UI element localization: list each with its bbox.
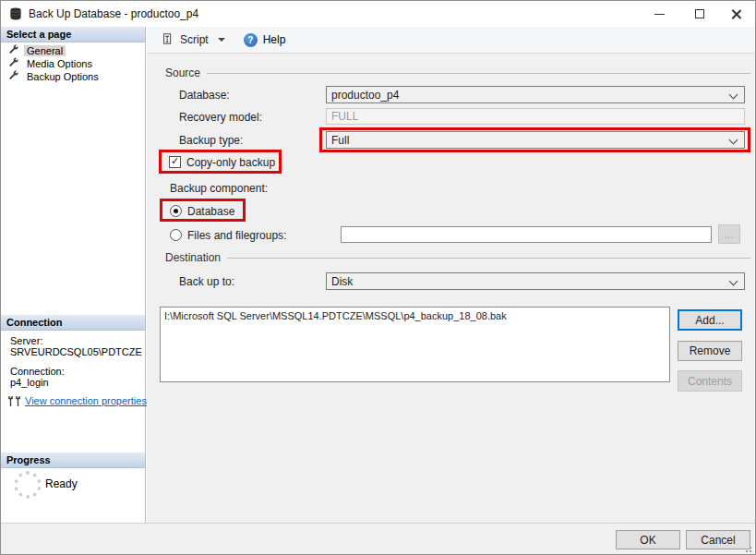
contents-button: Contents: [678, 370, 742, 392]
database-combobox-value: productoo_p4: [331, 89, 399, 102]
server-value: SRVEURDCSQL05\PDTCZE: [10, 346, 142, 357]
close-button[interactable]: [718, 1, 755, 27]
script-label: Script: [180, 33, 209, 46]
sidebar-item-label: Media Options: [24, 58, 95, 69]
help-button[interactable]: Help: [244, 33, 286, 47]
ok-button-label: OK: [640, 534, 655, 547]
general-page: Source Database: productoo_p4 Recovery m…: [147, 54, 756, 523]
ok-button[interactable]: OK: [616, 530, 680, 549]
progress-status: Ready: [45, 477, 78, 490]
back-up-to-combobox-value: Disk: [331, 275, 353, 288]
recovery-model-field: FULL: [326, 108, 745, 125]
database-radio-label: Database: [187, 205, 234, 218]
dialog-toolbar: Script Help: [147, 27, 756, 54]
window-title: Back Up Database - productoo_p4: [29, 1, 198, 27]
connection-value: p4_login: [10, 377, 49, 388]
database-label: Database:: [179, 89, 230, 102]
wrench-icon: [8, 57, 18, 69]
connection-label: Connection:: [10, 366, 65, 377]
help-label: Help: [263, 33, 286, 46]
backup-type-combobox-value: Full: [331, 134, 349, 147]
script-button[interactable]: Script: [158, 30, 229, 50]
back-up-to-label: Back up to:: [179, 275, 234, 288]
files-filegroups-radio[interactable]: [170, 229, 182, 241]
source-group: Source: [165, 66, 750, 79]
dialog-footer: OK Cancel: [1, 523, 755, 555]
sidebar-item-media-options[interactable]: Media Options: [1, 56, 145, 70]
files-filegroups-label: Files and filegroups:: [187, 229, 286, 242]
back-up-to-combobox[interactable]: Disk: [326, 272, 745, 290]
title-bar: Back Up Database - productoo_p4: [1, 1, 755, 27]
view-connection-properties-link[interactable]: View connection properties: [25, 395, 147, 406]
database-icon: [9, 7, 22, 24]
help-icon: [244, 33, 258, 47]
select-a-page-header: Select a page: [1, 27, 145, 42]
contents-button-label: Contents: [688, 375, 732, 388]
backup-type-combobox[interactable]: Full: [326, 131, 745, 149]
progress-spinner-icon: [14, 471, 42, 499]
destination-files-listbox[interactable]: I:\Microsoft SQL Server\MSSQL14.PDTCZE\M…: [160, 307, 670, 382]
sidebar: Select a page General Media Options Back…: [1, 27, 146, 523]
maximize-button[interactable]: [681, 1, 718, 27]
wrench-icon: [8, 44, 18, 56]
database-radio[interactable]: [170, 205, 182, 217]
copy-only-backup-checkbox[interactable]: [169, 156, 181, 168]
sidebar-item-label: General: [24, 45, 66, 56]
resize-grip[interactable]: [750, 550, 751, 552]
progress-header: Progress: [1, 452, 145, 468]
cancel-button-label: Cancel: [701, 534, 735, 547]
server-label: Server:: [10, 335, 42, 346]
destination-file-item[interactable]: I:\Microsoft SQL Server\MSSQL14.PDTCZE\M…: [161, 308, 669, 324]
cancel-button[interactable]: Cancel: [686, 530, 750, 549]
recovery-model-value: FULL: [331, 110, 358, 123]
add-button-label: Add...: [695, 314, 724, 327]
sidebar-item-general[interactable]: General: [1, 43, 145, 57]
sidebar-item-backup-options[interactable]: Backup Options: [1, 69, 145, 83]
remove-button-label: Remove: [690, 344, 731, 357]
source-group-label: Source: [165, 66, 200, 79]
files-filegroups-input[interactable]: [341, 226, 712, 243]
destination-group: Destination: [165, 251, 750, 264]
browse-button: ...: [718, 224, 740, 244]
recovery-model-label: Recovery model:: [179, 111, 262, 124]
browse-button-label: ...: [725, 228, 734, 241]
script-icon: [162, 32, 174, 48]
wrench-icon: [8, 70, 18, 82]
connection-header: Connection: [1, 315, 145, 331]
copy-only-backup-label: Copy-only backup: [186, 156, 275, 169]
backup-database-dialog: Back Up Database - productoo_p4 Select a…: [0, 0, 756, 555]
backup-type-label: Backup type:: [179, 134, 243, 147]
destination-group-label: Destination: [165, 251, 221, 264]
minimize-button[interactable]: [641, 1, 678, 27]
remove-button[interactable]: Remove: [678, 341, 742, 361]
chevron-down-icon[interactable]: [218, 38, 225, 42]
connection-properties-icon: [7, 394, 22, 411]
add-button[interactable]: Add...: [678, 309, 742, 331]
sidebar-item-label: Backup Options: [24, 71, 102, 82]
database-combobox[interactable]: productoo_p4: [326, 86, 745, 103]
backup-component-label: Backup component:: [170, 182, 268, 195]
